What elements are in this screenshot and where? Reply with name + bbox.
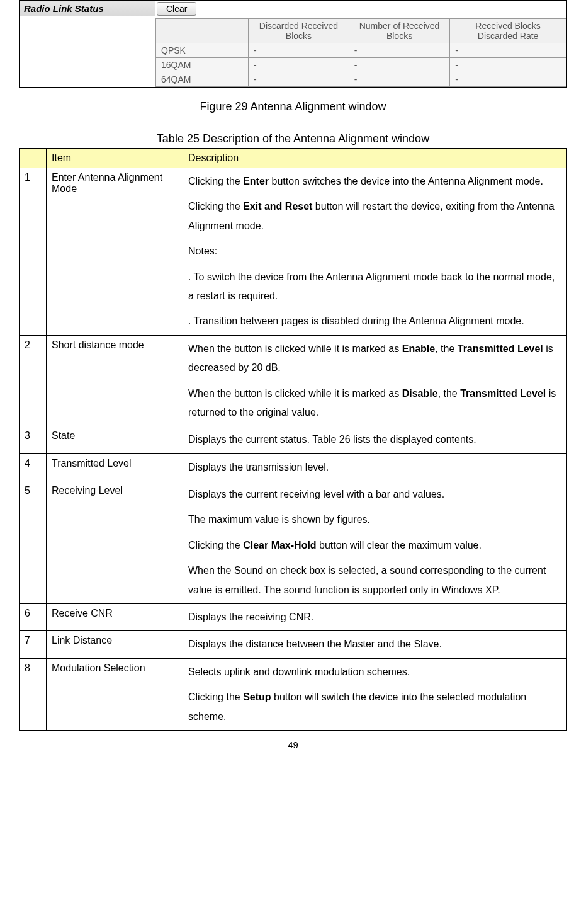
- status-table: Discarded Received Blocks Number of Rece…: [155, 18, 566, 87]
- status-cell: -: [249, 72, 349, 87]
- status-cell: -: [450, 58, 566, 72]
- page-number: 49: [19, 739, 567, 750]
- desc-row: 1Enter Antenna Alignment ModeClicking th…: [20, 168, 567, 336]
- desc-text: Displays the current status. Table 26 li…: [183, 426, 567, 453]
- desc-item: Receive CNR: [47, 604, 183, 631]
- desc-item: Receiving Level: [47, 481, 183, 604]
- desc-row: 3StateDisplays the current status. Table…: [20, 426, 567, 453]
- desc-item: Modulation Selection: [47, 658, 183, 730]
- desc-paragraph: Displays the distance between the Master…: [188, 635, 561, 654]
- status-cell: QPSK: [156, 43, 249, 58]
- desc-item: Short distance mode: [47, 335, 183, 426]
- status-row: 16QAM---: [156, 58, 566, 72]
- desc-paragraph: Selects uplink and downlink modulation s…: [188, 663, 561, 682]
- desc-text: When the button is clicked while it is m…: [183, 335, 567, 426]
- status-cell: -: [450, 72, 566, 87]
- desc-paragraph: Displays the current status. Table 26 li…: [188, 430, 561, 449]
- desc-paragraph: When the button is clicked while it is m…: [188, 339, 561, 378]
- desc-paragraph: When the button is clicked while it is m…: [188, 384, 561, 423]
- desc-paragraph: . To switch the device from the Antenna …: [188, 268, 561, 306]
- desc-num: 5: [20, 481, 47, 604]
- desc-text: Clicking the Enter button switches the d…: [183, 168, 567, 336]
- desc-row: 8Modulation SelectionSelects uplink and …: [20, 658, 567, 730]
- desc-num: 2: [20, 335, 47, 426]
- col-number: Number of Received Blocks: [349, 19, 449, 43]
- desc-paragraph: Displays the current receiving level wit…: [188, 485, 561, 504]
- desc-item: Transmitted Level: [47, 453, 183, 481]
- clear-button[interactable]: Clear: [157, 2, 196, 16]
- desc-paragraph: Notes:: [188, 242, 561, 261]
- col-discarded: Discarded Received Blocks: [249, 19, 349, 43]
- desc-num: 1: [20, 168, 47, 336]
- desc-paragraph: Clicking the Enter button switches the d…: [188, 172, 561, 191]
- desc-row: 2Short distance modeWhen the button is c…: [20, 335, 567, 426]
- desc-paragraph: Clicking the Exit and Reset button will …: [188, 197, 561, 236]
- desc-num: 4: [20, 453, 47, 481]
- status-cell: -: [249, 43, 349, 58]
- col-rate: Received Blocks Discarded Rate: [450, 19, 566, 43]
- status-cell: -: [450, 43, 566, 58]
- figure-caption: Figure 29 Antenna Alignment window: [19, 100, 567, 113]
- desc-item: Link Distance: [47, 631, 183, 658]
- table-caption: Table 25 Description of the Antenna Alig…: [19, 132, 567, 145]
- status-cell: -: [249, 58, 349, 72]
- desc-item: State: [47, 426, 183, 453]
- desc-num: 3: [20, 426, 47, 453]
- desc-text: Displays the transmission level.: [183, 453, 567, 481]
- header-item: Item: [47, 149, 183, 168]
- desc-paragraph: . Transition between pages is disabled d…: [188, 312, 561, 331]
- desc-paragraph: Clicking the Clear Max-Hold button will …: [188, 536, 561, 555]
- desc-row: 4Transmitted LevelDisplays the transmiss…: [20, 453, 567, 481]
- description-table: Item Description 1Enter Antenna Alignmen…: [19, 148, 567, 731]
- status-row: QPSK---: [156, 43, 566, 58]
- desc-paragraph: Displays the transmission level.: [188, 458, 561, 477]
- desc-paragraph: When the Sound on check box is selected,…: [188, 561, 561, 600]
- status-cell: -: [349, 58, 449, 72]
- desc-row: 7Link DistanceDisplays the distance betw…: [20, 631, 567, 658]
- panel-title: Radio Link Status: [20, 1, 155, 16]
- status-cell: -: [349, 43, 449, 58]
- desc-num: 7: [20, 631, 47, 658]
- status-cell: -: [349, 72, 449, 87]
- status-cell: 64QAM: [156, 72, 249, 87]
- desc-num: 6: [20, 604, 47, 631]
- desc-text: Displays the current receiving level wit…: [183, 481, 567, 604]
- radio-link-status-figure: Radio Link Status Clear Discarded Receiv…: [19, 0, 567, 88]
- status-row: 64QAM---: [156, 72, 566, 87]
- desc-text: Displays the receiving CNR.: [183, 604, 567, 631]
- desc-row: 6Receive CNRDisplays the receiving CNR.: [20, 604, 567, 631]
- header-desc: Description: [183, 149, 567, 168]
- header-blank: [20, 149, 47, 168]
- desc-text: Displays the distance between the Master…: [183, 631, 567, 658]
- status-cell: 16QAM: [156, 58, 249, 72]
- desc-text: Selects uplink and downlink modulation s…: [183, 658, 567, 730]
- col-blank: [156, 19, 249, 43]
- desc-paragraph: Clicking the Setup button will switch th…: [188, 688, 561, 726]
- desc-paragraph: Displays the receiving CNR.: [188, 608, 561, 627]
- desc-paragraph: The maximum value is shown by figures.: [188, 510, 561, 529]
- desc-num: 8: [20, 658, 47, 730]
- desc-row: 5Receiving LevelDisplays the current rec…: [20, 481, 567, 604]
- desc-item: Enter Antenna Alignment Mode: [47, 168, 183, 336]
